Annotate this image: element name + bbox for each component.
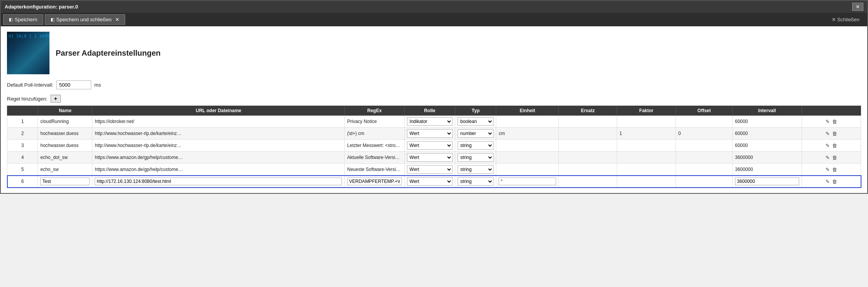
row-role-select[interactable]: WertIndikator — [407, 153, 453, 162]
row-regex-input[interactable] — [347, 178, 402, 185]
row-url-cell: https://iobroker.net/ — [92, 116, 345, 128]
row-faktor-cell — [617, 116, 676, 128]
row-name-input[interactable] — [40, 178, 90, 185]
edit-button[interactable]: ✎ — [824, 154, 831, 161]
row-actions-cell: ✎🗑 — [802, 164, 861, 176]
col-typ: Typ — [455, 106, 496, 116]
row-offset-cell — [676, 176, 733, 188]
row-name-cell — [38, 176, 92, 188]
row-number: 2 — [7, 128, 38, 140]
row-einheit-cell — [496, 116, 559, 128]
row-faktor-cell — [617, 140, 676, 152]
content-area: Parser Adaptereinstellungen Default Poll… — [1, 26, 867, 193]
add-rule-row: Regel hinzufügen: + — [7, 95, 861, 102]
row-number: 6 — [7, 176, 38, 188]
toolbar-close-button[interactable]: ✕ Schließen — [826, 15, 865, 24]
poll-interval-input[interactable] — [56, 80, 91, 89]
row-actions-cell: ✎🗑 — [802, 116, 861, 128]
row-role-select[interactable]: WertIndikator — [407, 177, 453, 186]
save-icon: ◧ — [9, 17, 13, 22]
row-offset-cell — [676, 164, 733, 176]
row-typ-select[interactable]: booleannumberstring — [458, 141, 494, 150]
save-close-button[interactable]: ◧ Speichern und schließen ✕ — [45, 14, 125, 25]
save-button[interactable]: ◧ Speichern — [3, 14, 43, 25]
row-role-cell[interactable]: WertIndikator — [404, 140, 455, 152]
row-number: 4 — [7, 152, 38, 164]
row-actions-cell: ✎🗑 — [802, 176, 861, 188]
save-close-icon: ◧ — [51, 17, 54, 22]
row-typ-select[interactable]: booleannumberstring — [458, 129, 494, 138]
row-url-input[interactable] — [95, 178, 342, 185]
toolbar: ◧ Speichern ◧ Speichern und schließen ✕ … — [1, 13, 867, 26]
row-einheit-cell — [496, 152, 559, 164]
row-role-cell[interactable]: WertIndikator — [404, 128, 455, 140]
table-row: 5echo_swhttps://www.amazon.de/gp/help/cu… — [7, 164, 861, 176]
row-intervall-cell: 3600000 — [732, 164, 802, 176]
row-offset-cell — [676, 140, 733, 152]
poll-interval-row: Default Poll-Intervall: ms — [7, 80, 861, 89]
row-typ-select[interactable]: booleannumberstring — [458, 165, 494, 174]
row-ersatz-cell — [559, 176, 617, 188]
row-actions-cell: ✎🗑 — [802, 140, 861, 152]
row-typ-select[interactable]: booleannumberstring — [458, 177, 494, 186]
adapter-image — [7, 32, 49, 74]
edit-button[interactable]: ✎ — [824, 142, 831, 149]
row-role-select[interactable]: WertIndikator — [407, 129, 453, 138]
row-url-cell: http://www.hochwasser-rlp.de/karte/einze… — [92, 128, 345, 140]
row-faktor-cell — [617, 164, 676, 176]
row-actions-cell: ✎🗑 — [802, 128, 861, 140]
delete-button[interactable]: 🗑 — [831, 154, 838, 161]
row-role-cell[interactable]: WertIndikator — [404, 176, 455, 188]
col-regex: RegEx — [345, 106, 404, 116]
row-role-cell[interactable]: WertIndikator — [404, 152, 455, 164]
delete-button[interactable]: 🗑 — [831, 178, 838, 185]
row-einheit-cell: cm — [496, 128, 559, 140]
row-ersatz-cell — [559, 140, 617, 152]
row-typ-select[interactable]: booleannumberstring — [458, 117, 494, 126]
delete-button[interactable]: 🗑 — [831, 118, 838, 125]
rules-table: Name URL oder Dateiname RegEx Rolle Typ … — [7, 106, 861, 188]
poll-interval-unit: ms — [94, 82, 101, 88]
row-role-select[interactable]: WertIndikator — [407, 165, 453, 174]
row-typ-cell[interactable]: booleannumberstring — [455, 140, 496, 152]
col-intervall: Intervall — [732, 106, 802, 116]
row-typ-cell[interactable]: booleannumberstring — [455, 116, 496, 128]
row-typ-cell[interactable]: booleannumberstring — [455, 152, 496, 164]
edit-button[interactable]: ✎ — [824, 166, 831, 173]
col-offset: Offset — [676, 106, 733, 116]
row-typ-cell[interactable]: booleannumberstring — [455, 128, 496, 140]
row-ersatz-cell — [559, 164, 617, 176]
row-ersatz-cell — [559, 152, 617, 164]
edit-button[interactable]: ✎ — [824, 130, 831, 137]
main-window: Adapterkonfiguration: parser.0 ✕ ◧ Speic… — [0, 0, 868, 194]
row-typ-cell[interactable]: booleannumberstring — [455, 164, 496, 176]
row-typ-select[interactable]: booleannumberstring — [458, 153, 494, 162]
row-url-cell: https://www.amazon.de/gp/help/customer/d… — [92, 152, 345, 164]
row-typ-cell[interactable]: booleannumberstring — [455, 176, 496, 188]
row-name-cell: hochwasser.duess — [38, 140, 92, 152]
delete-button[interactable]: 🗑 — [831, 166, 838, 173]
table-row: 4echo_dot_swhttps://www.amazon.de/gp/hel… — [7, 152, 861, 164]
title-bar-close-button[interactable]: ✕ — [852, 3, 863, 11]
delete-button[interactable]: 🗑 — [831, 130, 838, 137]
col-url: URL oder Dateiname — [92, 106, 345, 116]
row-einheit-input[interactable] — [499, 178, 556, 185]
edit-button[interactable]: ✎ — [824, 118, 831, 125]
table-row: 1cloudRunninghttps://iobroker.net/Privac… — [7, 116, 861, 128]
row-role-cell[interactable]: IndikatorWert — [404, 116, 455, 128]
delete-button[interactable]: 🗑 — [831, 142, 838, 149]
row-role-select[interactable]: IndikatorWert — [407, 117, 453, 126]
row-name-cell: hochwasser.duess — [38, 128, 92, 140]
row-intervall-input[interactable] — [735, 178, 799, 185]
row-role-select[interactable]: WertIndikator — [407, 141, 453, 150]
add-rule-label: Regel hinzufügen: — [7, 96, 48, 102]
add-rule-button[interactable]: + — [51, 95, 61, 102]
row-einheit-cell — [496, 176, 559, 188]
row-intervall-cell — [732, 176, 802, 188]
row-offset-cell — [676, 116, 733, 128]
row-role-cell[interactable]: WertIndikator — [404, 164, 455, 176]
row-regex-cell: Letzter Messwert: <strong>(.+Uh — [345, 140, 404, 152]
row-number: 3 — [7, 140, 38, 152]
row-intervall-cell: 60000 — [732, 116, 802, 128]
edit-button[interactable]: ✎ — [824, 178, 831, 185]
